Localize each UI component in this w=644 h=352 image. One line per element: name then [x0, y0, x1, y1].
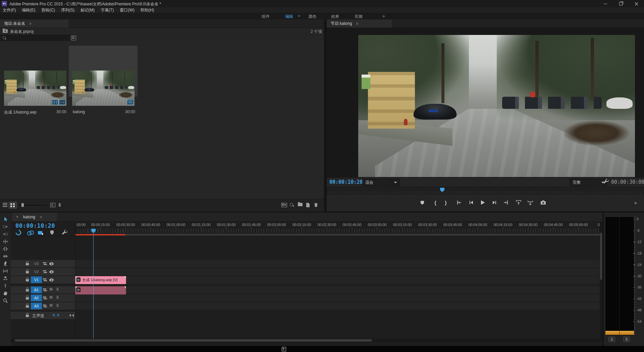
- lock-icon[interactable]: [26, 305, 29, 308]
- step-forward-button[interactable]: [491, 199, 498, 206]
- menu-item[interactable]: 序列(S): [61, 7, 74, 13]
- hscroll-handle[interactable]: [15, 339, 372, 342]
- sync-lock-icon[interactable]: [43, 289, 47, 292]
- zoom-tool[interactable]: [3, 298, 8, 303]
- lock-icon[interactable]: [26, 297, 29, 300]
- program-video-frame[interactable]: [358, 35, 635, 177]
- add-marker-button[interactable]: [419, 199, 426, 206]
- work-area-bar[interactable]: [75, 234, 600, 235]
- nest-sequence-icon[interactable]: [38, 231, 42, 234]
- track-label-A3[interactable]: A3: [31, 303, 42, 309]
- workspace-menu-icon[interactable]: ≡: [298, 14, 300, 18]
- snap-icon[interactable]: [15, 229, 22, 236]
- horizontal-scrollbar[interactable]: [11, 339, 602, 342]
- close-button[interactable]: [629, 0, 644, 7]
- track-label-A2[interactable]: A2: [31, 295, 42, 301]
- sequence-thumbnail[interactable]: [72, 71, 135, 106]
- lock-icon[interactable]: [26, 315, 29, 317]
- timeline-panel-menu-icon[interactable]: ≡: [40, 215, 42, 219]
- workspace-tab-4[interactable]: 音频: [355, 14, 363, 19]
- ripple-edit-tool[interactable]: [3, 239, 8, 244]
- program-panel-menu-icon[interactable]: ≡: [356, 21, 358, 26]
- slip-tool[interactable]: [3, 268, 8, 274]
- export-frame-button[interactable]: [539, 199, 547, 206]
- program-seek-bar[interactable]: [327, 187, 644, 195]
- menu-item[interactable]: 窗口(W): [120, 7, 134, 13]
- menu-item[interactable]: 编辑(E): [22, 7, 35, 13]
- menu-item[interactable]: 帮助(H): [141, 7, 154, 13]
- vscroll-handle[interactable]: [600, 233, 602, 280]
- new-bin-button[interactable]: [298, 203, 303, 206]
- workspace-tab-2[interactable]: 颜色: [309, 14, 317, 19]
- project-file-name[interactable]: 未命名.prproj: [10, 29, 34, 35]
- solo-button[interactable]: S: [56, 296, 59, 299]
- mute-button[interactable]: M: [50, 296, 52, 299]
- close-tab-icon[interactable]: ×: [16, 215, 18, 219]
- button-editor-button[interactable]: +: [632, 199, 639, 206]
- workspace-tab-0[interactable]: 组件: [262, 14, 270, 19]
- lock-icon[interactable]: [26, 279, 29, 281]
- taskbar-icon[interactable]: [282, 347, 286, 351]
- track-select-forward-tool[interactable]: [3, 224, 8, 229]
- rate-stretch-tool[interactable]: [3, 254, 8, 259]
- list-view-button[interactable]: [3, 203, 7, 207]
- rolling-edit-tool[interactable]: [3, 246, 8, 252]
- lift-button[interactable]: [515, 199, 522, 206]
- restore-button[interactable]: [613, 0, 629, 7]
- zoom-level-dropdown[interactable]: 适合: [362, 179, 400, 186]
- sync-lock-icon[interactable]: [43, 278, 47, 281]
- extract-button[interactable]: [527, 199, 534, 206]
- clip-name[interactable]: 合成 1/katong.aep: [4, 109, 37, 115]
- solo-button[interactable]: S: [56, 288, 59, 291]
- track-label-A1[interactable]: A1: [31, 287, 42, 293]
- timeline-settings-icon[interactable]: [62, 231, 66, 235]
- mute-button[interactable]: M: [50, 288, 52, 291]
- mark-in-button[interactable]: {: [432, 199, 439, 206]
- clip-thumbnail[interactable]: [4, 71, 66, 106]
- zoom-slider-handle[interactable]: [21, 203, 24, 207]
- track-content-V3[interactable]: [75, 260, 600, 267]
- hand-tool[interactable]: [3, 291, 8, 296]
- step-back-button[interactable]: [467, 199, 475, 206]
- track-output-icon[interactable]: [49, 270, 54, 273]
- sync-lock-icon[interactable]: [43, 305, 47, 308]
- lock-icon[interactable]: [26, 271, 29, 273]
- lock-icon[interactable]: [26, 263, 29, 265]
- workspace-tab-3[interactable]: 效果: [331, 14, 339, 19]
- minimize-button[interactable]: [598, 0, 613, 7]
- parent-folder-icon[interactable]: [3, 29, 8, 33]
- selection-tool[interactable]: [3, 217, 8, 222]
- lock-icon[interactable]: [26, 289, 29, 292]
- track-output-icon[interactable]: [49, 278, 54, 281]
- search-bin-icon[interactable]: [71, 36, 76, 40]
- sync-lock-icon[interactable]: [43, 262, 47, 265]
- linked-selection-icon[interactable]: [27, 231, 32, 235]
- vertical-scrollbar[interactable]: [600, 221, 602, 339]
- track-content-A3[interactable]: [75, 302, 600, 310]
- delete-button[interactable]: [314, 203, 318, 207]
- new-item-button[interactable]: [306, 203, 310, 207]
- track-label-V1[interactable]: V1: [31, 276, 42, 283]
- razor-tool[interactable]: [3, 261, 8, 266]
- track-content-V2[interactable]: [75, 268, 600, 275]
- menu-item[interactable]: 字幕(T): [101, 7, 114, 13]
- track-output-icon[interactable]: [49, 262, 54, 265]
- audio-clip[interactable]: fx: [75, 286, 126, 295]
- menu-item[interactable]: 文件(F): [3, 7, 16, 13]
- slide-tool[interactable]: [3, 276, 8, 281]
- sort-order-button[interactable]: [58, 203, 61, 207]
- track-label-V3[interactable]: V3: [31, 260, 42, 267]
- pen-tool[interactable]: [3, 283, 8, 289]
- timeline-tab[interactable]: × katong ≡: [12, 213, 57, 221]
- solo-button-right[interactable]: S: [623, 337, 630, 342]
- track-select-backward-tool[interactable]: [3, 231, 8, 237]
- sync-lock-icon[interactable]: [43, 297, 47, 300]
- sort-icons-button[interactable]: [50, 203, 55, 207]
- mark-out-button[interactable]: }: [442, 199, 449, 206]
- play-button[interactable]: [479, 199, 486, 206]
- search-input[interactable]: [8, 35, 69, 41]
- menu-item[interactable]: 标记(M): [80, 7, 95, 13]
- go-to-out-button[interactable]: [502, 199, 509, 206]
- track-content-A2[interactable]: [75, 294, 600, 302]
- solo-button[interactable]: S: [56, 304, 59, 307]
